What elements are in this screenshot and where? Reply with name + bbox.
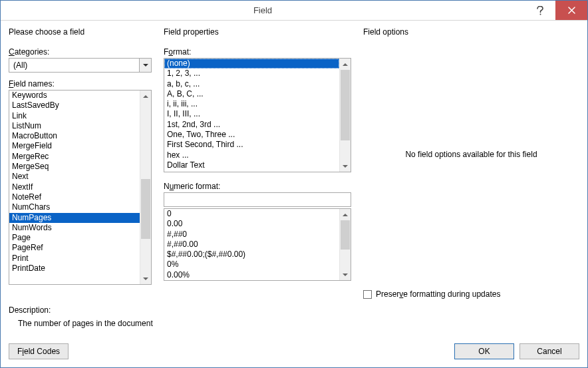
list-item[interactable]: NoteRef xyxy=(9,192,140,202)
list-item[interactable]: hex ... xyxy=(164,150,339,160)
list-item[interactable]: MergeField xyxy=(9,141,140,151)
scroll-down-button[interactable] xyxy=(340,269,351,280)
title-bar: Field xyxy=(1,1,587,21)
field-properties-heading: Field properties xyxy=(164,27,351,37)
scroll-thumb[interactable] xyxy=(341,220,350,250)
scroll-down-button[interactable] xyxy=(340,160,351,172)
list-item[interactable]: 0.00 xyxy=(164,219,339,229)
field-names-listbox[interactable]: KeywordsLastSavedByLinkListNumMacroButto… xyxy=(9,90,152,285)
chevron-up-icon xyxy=(343,63,348,66)
list-item[interactable]: NumWords xyxy=(9,223,140,233)
preserve-formatting-row[interactable]: Preserve formatting during updates xyxy=(363,289,579,299)
close-button[interactable] xyxy=(555,1,587,20)
no-field-options-text: No field options available for this fiel… xyxy=(363,150,579,159)
list-item[interactable]: Keywords xyxy=(9,91,140,100)
preserve-formatting-label: Preserve formatting during updates xyxy=(376,289,500,299)
scroll-up-button[interactable] xyxy=(340,209,351,220)
description-label: Description: xyxy=(9,305,579,315)
ok-button[interactable]: OK xyxy=(454,343,514,359)
list-item[interactable]: a, b, c, ... xyxy=(164,79,339,89)
list-item[interactable]: 1, 2, 3, ... xyxy=(164,69,339,79)
list-item[interactable]: Page xyxy=(9,233,140,243)
chevron-down-icon xyxy=(143,277,148,280)
list-item[interactable]: 0 xyxy=(164,209,339,219)
list-item[interactable]: LastSavedBy xyxy=(9,100,140,110)
list-item[interactable]: PageRef xyxy=(9,243,140,253)
list-item[interactable]: Link xyxy=(9,111,140,121)
choose-field-heading: Please choose a field xyxy=(9,27,152,37)
chevron-down-icon xyxy=(143,64,148,67)
list-item[interactable]: Next xyxy=(9,172,140,182)
numeric-scrollbar[interactable] xyxy=(339,209,351,280)
list-item[interactable]: NumPages xyxy=(9,213,140,223)
categories-value: (All) xyxy=(9,59,139,72)
numeric-format-listbox[interactable]: 00.00#,##0#,##0.00$#,##0.00;($#,##0.00)0… xyxy=(164,208,351,281)
list-item[interactable]: MacroButton xyxy=(9,131,140,141)
list-item[interactable]: (none) xyxy=(164,59,339,69)
list-item[interactable]: 0.00% xyxy=(164,270,339,280)
window-title: Field xyxy=(1,1,525,20)
scroll-up-button[interactable] xyxy=(140,91,151,102)
list-item[interactable]: First Second, Third ... xyxy=(164,140,339,150)
numeric-format-input[interactable] xyxy=(164,192,351,207)
list-item[interactable]: #,##0 xyxy=(164,230,339,240)
categories-label: Categories: xyxy=(9,47,152,57)
list-item[interactable]: A, B, C, ... xyxy=(164,89,339,99)
description-text: The number of pages in the document xyxy=(18,319,579,328)
scroll-track[interactable] xyxy=(140,102,151,273)
list-item[interactable]: NextIf xyxy=(9,182,140,192)
list-item[interactable]: 1st, 2nd, 3rd ... xyxy=(164,120,339,130)
list-item[interactable]: Print xyxy=(9,254,140,264)
field-options-heading: Field options xyxy=(363,27,579,37)
scroll-thumb[interactable] xyxy=(141,179,150,239)
list-item[interactable]: NumChars xyxy=(9,202,140,212)
close-icon xyxy=(568,7,575,14)
categories-dropdown-button[interactable] xyxy=(139,59,151,72)
format-listbox[interactable]: (none)1, 2, 3, ...a, b, c, ...A, B, C, .… xyxy=(164,58,351,172)
list-item[interactable]: One, Two, Three ... xyxy=(164,130,339,140)
scroll-up-button[interactable] xyxy=(340,59,351,70)
numeric-format-label: Numeric format: xyxy=(164,182,351,191)
list-item[interactable]: 0% xyxy=(164,260,339,270)
chevron-up-icon xyxy=(343,214,348,216)
list-item[interactable]: $#,##0.00;($#,##0.00) xyxy=(164,250,339,260)
format-label: Format: xyxy=(164,47,351,57)
preserve-formatting-checkbox[interactable] xyxy=(363,290,372,299)
help-button[interactable] xyxy=(525,1,555,20)
field-codes-button[interactable]: Field Codes xyxy=(9,343,69,359)
scroll-track[interactable] xyxy=(340,70,351,160)
list-item[interactable]: MergeRec xyxy=(9,152,140,162)
chevron-up-icon xyxy=(143,95,148,98)
list-item[interactable]: #,##0.00 xyxy=(164,240,339,250)
scroll-down-button[interactable] xyxy=(140,273,151,284)
chevron-down-icon xyxy=(343,165,348,168)
list-item[interactable]: Dollar Text xyxy=(164,160,339,170)
list-item[interactable]: ListNum xyxy=(9,121,140,131)
help-icon xyxy=(536,6,544,15)
chevron-down-icon xyxy=(343,274,348,276)
list-item[interactable]: i, ii, iii, ... xyxy=(164,99,339,109)
list-item[interactable]: PrintDate xyxy=(9,264,140,274)
format-scrollbar[interactable] xyxy=(339,59,351,172)
scroll-track[interactable] xyxy=(340,220,351,269)
field-names-label: Field names: xyxy=(9,79,152,89)
list-item[interactable]: MergeSeq xyxy=(9,162,140,172)
svg-point-0 xyxy=(540,13,541,15)
list-item[interactable]: I, II, III, ... xyxy=(164,109,339,119)
categories-combo[interactable]: (All) xyxy=(9,58,152,73)
field-names-scrollbar[interactable] xyxy=(140,91,151,284)
scroll-thumb[interactable] xyxy=(341,70,350,140)
cancel-button[interactable]: Cancel xyxy=(519,343,579,359)
